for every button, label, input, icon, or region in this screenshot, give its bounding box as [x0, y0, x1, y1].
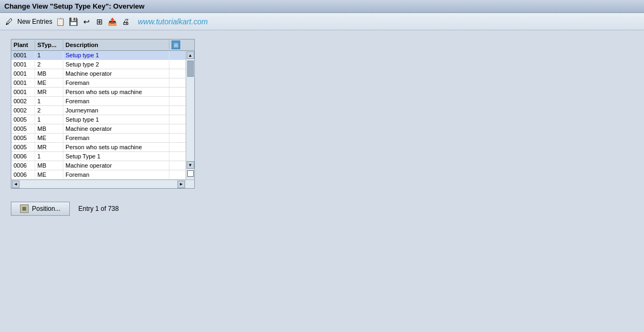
table-rows: 00011Setup type 100012Setup type 20001MB… [11, 51, 186, 180]
print-icon[interactable]: 🖨 [121, 17, 130, 26]
save-icon[interactable]: 💾 [69, 17, 78, 26]
cell-stype: MR [35, 143, 63, 151]
table-row[interactable]: 0005MBMachine operator [11, 124, 186, 134]
cell-desc: Person who sets up machine [63, 88, 169, 96]
cell-stype: MB [35, 161, 63, 170]
cell-plant: 0005 [11, 143, 35, 151]
cell-desc: Machine operator [63, 124, 169, 133]
scroll-down-button[interactable]: ▼ [187, 161, 194, 169]
cell-stype: ME [35, 170, 63, 179]
export-icon[interactable]: 📤 [108, 17, 117, 26]
cell-stype: 2 [35, 60, 63, 69]
cell-desc: Machine operator [63, 69, 169, 78]
table-row[interactable]: 0005MRPerson who sets up machine [11, 143, 186, 152]
table-row[interactable]: 0001MRPerson who sets up machine [11, 88, 186, 97]
cell-plant: 0005 [11, 115, 35, 124]
copy-icon[interactable]: 📋 [56, 17, 65, 26]
scroll-up-button[interactable]: ▲ [187, 51, 194, 59]
table-row[interactable]: 0001MBMachine operator [11, 69, 186, 78]
table-row[interactable]: 0001MEForeman [11, 78, 186, 88]
table-row[interactable]: 00012Setup type 2 [11, 60, 186, 69]
table-body-container: 00011Setup type 100012Setup type 20001MB… [11, 51, 194, 180]
cell-desc: Foreman [63, 134, 169, 142]
data-table: Plant STyp... Description ⊞ 00011Setup t… [11, 39, 195, 189]
table-header: Plant STyp... Description ⊞ [11, 39, 194, 51]
table-row[interactable]: 00021Foreman [11, 97, 186, 106]
position-icon: ⊞ [20, 204, 29, 213]
vertical-scrollbar[interactable]: ▲ ▼ [186, 51, 194, 180]
cell-desc: Setup Type 1 [63, 152, 169, 161]
cell-stype: 1 [35, 51, 63, 59]
cell-plant: 0001 [11, 88, 35, 96]
column-select-icon[interactable]: ⊞ [169, 39, 182, 50]
cell-desc: Foreman [63, 78, 169, 87]
col-header-stype: STyp... [35, 40, 63, 50]
cell-desc: Machine operator [63, 161, 169, 170]
cell-plant: 0002 [11, 97, 35, 105]
scroll-left-button[interactable]: ◄ [12, 181, 19, 188]
table-row[interactable]: 0006MEForeman [11, 170, 186, 180]
cell-stype: MB [35, 69, 63, 78]
cell-plant: 0002 [11, 106, 35, 115]
cell-plant: 0006 [11, 170, 35, 179]
cell-desc: Setup type 1 [63, 51, 169, 59]
scroll-thumb[interactable] [187, 61, 194, 77]
cell-desc: Person who sets up machine [63, 143, 169, 151]
cell-stype: 1 [35, 97, 63, 105]
table-row[interactable]: 0006MBMachine operator [11, 161, 186, 170]
title-bar: Change View "Setup Type Key": Overview [0, 0, 644, 13]
cell-plant: 0006 [11, 152, 35, 161]
scroll-checkbox[interactable] [187, 170, 194, 177]
cell-plant: 0001 [11, 60, 35, 69]
cell-desc: Journeyman [63, 106, 169, 115]
position-label: Position... [32, 205, 61, 213]
cell-plant: 0006 [11, 161, 35, 170]
cell-desc: Foreman [63, 97, 169, 105]
table-row[interactable]: 0005MEForeman [11, 134, 186, 143]
new-entries-button[interactable]: New Entries [17, 18, 52, 25]
cell-plant: 0001 [11, 78, 35, 87]
cell-plant: 0005 [11, 134, 35, 142]
col-header-plant: Plant [11, 40, 35, 50]
cell-plant: 0001 [11, 69, 35, 78]
toolbar: 🖊 New Entries 📋 💾 ↩ ⊞ 📤 🖨 www.tutorialka… [0, 13, 644, 30]
table-row[interactable]: 00051Setup type 1 [11, 115, 186, 124]
cell-stype: MB [35, 124, 63, 133]
cell-stype: ME [35, 134, 63, 142]
entry-count: Entry 1 of 738 [78, 205, 119, 213]
watermark: www.tutorialkart.com [138, 17, 208, 26]
content-area: Plant STyp... Description ⊞ 00011Setup t… [0, 30, 644, 224]
undo-icon[interactable]: ↩ [82, 17, 91, 26]
new-entries-label: New Entries [17, 18, 52, 25]
table-icon[interactable]: ⊞ [95, 17, 104, 26]
cell-desc: Setup type 2 [63, 60, 169, 69]
cell-stype: ME [35, 78, 63, 87]
scroll-right-button[interactable]: ► [178, 181, 185, 188]
col-header-desc: Description [63, 40, 169, 50]
cell-desc: Foreman [63, 170, 169, 179]
table-row[interactable]: 00061Setup Type 1 [11, 152, 186, 161]
page-title: Change View "Setup Type Key": Overview [4, 2, 144, 10]
cell-stype: 1 [35, 152, 63, 161]
horizontal-scrollbar[interactable]: ◄ ► [11, 180, 194, 188]
table-row[interactable]: 00011Setup type 1 [11, 51, 186, 60]
table-row[interactable]: 00022Journeyman [11, 106, 186, 115]
cell-plant: 0001 [11, 51, 35, 59]
cell-stype: MR [35, 88, 63, 96]
cell-desc: Setup type 1 [63, 115, 169, 124]
cell-stype: 1 [35, 115, 63, 124]
cell-stype: 2 [35, 106, 63, 115]
edit-icon[interactable]: 🖊 [4, 17, 14, 26]
position-area: ⊞ Position... Entry 1 of 738 [11, 202, 633, 216]
position-button[interactable]: ⊞ Position... [11, 202, 70, 216]
cell-plant: 0005 [11, 124, 35, 133]
